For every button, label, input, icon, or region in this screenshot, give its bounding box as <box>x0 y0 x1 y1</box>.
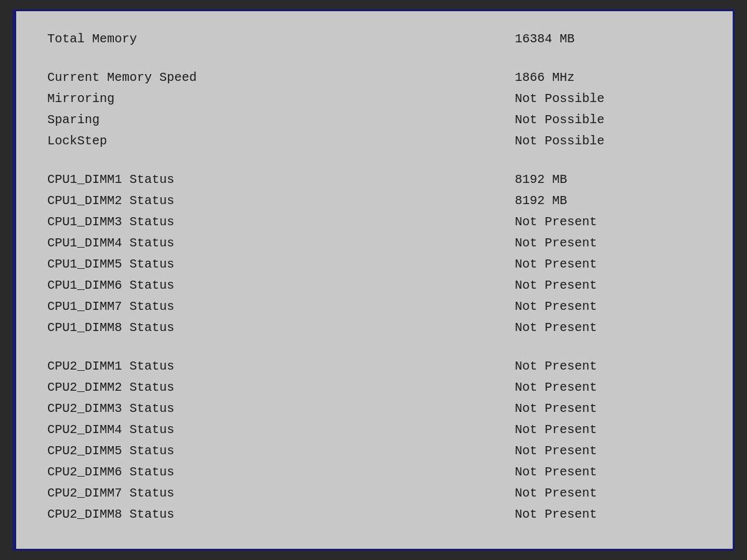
info-row: CPU1_DIMM7 StatusNot Present <box>47 297 702 316</box>
section-gap <box>47 153 702 170</box>
info-row: CPU2_DIMM4 StatusNot Present <box>47 421 702 439</box>
row-label: LockStep <box>47 132 284 151</box>
info-row: CPU2_DIMM8 StatusNot Present <box>47 505 702 524</box>
row-value: Not Present <box>515 319 702 337</box>
row-label: CPU2_DIMM7 Status <box>47 484 284 503</box>
info-row: CPU2_DIMM1 StatusNot Present <box>47 357 702 376</box>
row-label: CPU2_DIMM3 Status <box>47 399 284 418</box>
memory-info-table: Total Memory16384 MBCurrent Memory Speed… <box>47 30 702 524</box>
row-label: CPU1_DIMM2 Status <box>47 192 284 210</box>
info-row: CPU2_DIMM7 StatusNot Present <box>47 484 702 503</box>
info-row: LockStepNot Possible <box>47 132 702 151</box>
info-row: CPU1_DIMM2 Status8192 MB <box>47 192 702 210</box>
row-label: CPU1_DIMM4 Status <box>47 234 284 253</box>
row-value: Not Possible <box>515 90 702 108</box>
row-value: Not Present <box>515 255 702 274</box>
row-value: 1866 MHz <box>515 68 702 87</box>
info-row: MirroringNot Possible <box>47 90 702 108</box>
row-label: CPU2_DIMM8 Status <box>47 505 284 524</box>
info-row: CPU2_DIMM5 StatusNot Present <box>47 442 702 460</box>
row-value: Not Present <box>515 442 702 460</box>
info-row: CPU2_DIMM3 StatusNot Present <box>47 399 702 418</box>
row-value: Not Present <box>515 378 702 397</box>
row-value: Not Present <box>515 276 702 295</box>
row-value: 8192 MB <box>515 192 702 210</box>
row-label: CPU1_DIMM6 Status <box>47 276 284 295</box>
row-label: CPU1_DIMM5 Status <box>47 255 284 274</box>
info-row: CPU1_DIMM4 StatusNot Present <box>47 234 702 253</box>
row-value: 8192 MB <box>515 170 702 189</box>
row-label: Current Memory Speed <box>47 68 284 87</box>
row-label: CPU1_DIMM1 Status <box>47 170 284 189</box>
row-label: CPU2_DIMM2 Status <box>47 378 284 397</box>
bios-screen: Total Memory16384 MBCurrent Memory Speed… <box>12 9 735 551</box>
info-row: Total Memory16384 MB <box>47 30 702 49</box>
info-row: CPU2_DIMM2 StatusNot Present <box>47 378 702 397</box>
row-value: Not Present <box>515 484 702 503</box>
row-value: Not Present <box>515 421 702 439</box>
row-label: Mirroring <box>47 90 284 108</box>
info-row: CPU1_DIMM5 StatusNot Present <box>47 255 702 274</box>
row-value: 16384 MB <box>515 30 702 49</box>
row-value: Not Present <box>515 463 702 482</box>
info-row: CPU1_DIMM8 StatusNot Present <box>47 319 702 337</box>
row-label: CPU2_DIMM1 Status <box>47 357 284 376</box>
section-gap <box>47 51 702 68</box>
info-row: CPU1_DIMM3 StatusNot Present <box>47 213 702 231</box>
info-row: SparingNot Possible <box>47 111 702 129</box>
row-value: Not Possible <box>515 111 702 129</box>
row-value: Not Present <box>515 213 702 231</box>
row-label: Total Memory <box>47 30 284 49</box>
row-label: CPU2_DIMM6 Status <box>47 463 284 482</box>
section-gap <box>47 340 702 357</box>
row-label: CPU1_DIMM7 Status <box>47 297 284 316</box>
info-row: Current Memory Speed1866 MHz <box>47 68 702 87</box>
row-value: Not Present <box>515 505 702 524</box>
row-label: CPU1_DIMM3 Status <box>47 213 284 231</box>
row-label: CPU2_DIMM4 Status <box>47 421 284 439</box>
info-row: CPU1_DIMM1 Status8192 MB <box>47 170 702 189</box>
row-value: Not Present <box>515 234 702 253</box>
info-row: CPU1_DIMM6 StatusNot Present <box>47 276 702 295</box>
info-row: CPU2_DIMM6 StatusNot Present <box>47 463 702 482</box>
row-value: Not Present <box>515 399 702 418</box>
row-value: Not Possible <box>515 132 702 151</box>
row-label: CPU2_DIMM5 Status <box>47 442 284 460</box>
row-value: Not Present <box>515 357 702 376</box>
row-value: Not Present <box>515 297 702 316</box>
row-label: CPU1_DIMM8 Status <box>47 319 284 337</box>
row-label: Sparing <box>47 111 284 129</box>
